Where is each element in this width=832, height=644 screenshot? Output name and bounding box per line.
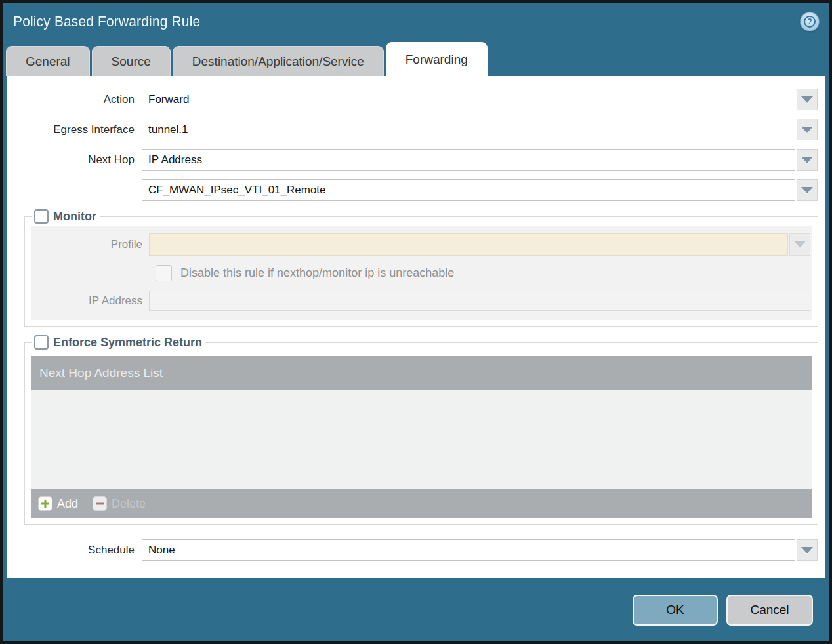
disable-rule-row: Disable this rule if nexthop/monitor ip … <box>156 265 812 281</box>
egress-interface-value[interactable]: tunnel.1 <box>142 119 795 140</box>
schedule-combobox: None <box>142 539 818 561</box>
next-hop-address-dropdown-button[interactable] <box>797 179 818 201</box>
tab-general[interactable]: General <box>6 46 90 76</box>
monitor-ip-label: IP Address <box>31 294 149 308</box>
next-hop-address-list-toolbar: Add Delete <box>31 489 812 518</box>
next-hop-address-list-table: Next Hop Address List Add Delete <box>31 356 812 518</box>
symmetric-return-legend: Enforce Symmetric Return <box>32 335 206 350</box>
next-hop-row: Next Hop IP Address <box>7 149 825 171</box>
egress-interface-dropdown-button[interactable] <box>797 119 818 140</box>
monitor-panel: Profile Disable this rule if nexthop/mon… <box>31 226 812 320</box>
monitor-ip-input <box>149 291 810 311</box>
schedule-value[interactable]: None <box>142 539 795 561</box>
next-hop-address-combobox: CF_MWAN_IPsec_VTI_01_Remote <box>142 179 818 201</box>
dialog-footer: OK Cancel <box>3 578 829 641</box>
next-hop-address-value[interactable]: CF_MWAN_IPsec_VTI_01_Remote <box>142 179 795 201</box>
cancel-button[interactable]: Cancel <box>726 595 813 626</box>
chevron-down-icon <box>801 187 813 193</box>
monitor-checkbox[interactable] <box>34 209 49 224</box>
delete-button: Delete <box>93 496 146 511</box>
schedule-label: Schedule <box>7 544 142 557</box>
next-hop-address-row: CF_MWAN_IPsec_VTI_01_Remote <box>7 179 825 201</box>
pbf-rule-dialog: Policy Based Forwarding Rule ? General S… <box>0 0 832 644</box>
egress-interface-label: Egress Interface <box>7 123 142 136</box>
next-hop-address-list-body[interactable] <box>31 390 812 489</box>
monitor-legend: Monitor <box>32 209 100 224</box>
next-hop-type-dropdown-button[interactable] <box>797 149 818 171</box>
schedule-dropdown-button[interactable] <box>797 539 818 561</box>
chevron-down-icon <box>801 157 813 163</box>
action-row: Action Forward <box>7 89 825 110</box>
next-hop-address-list-header: Next Hop Address List <box>31 356 812 390</box>
next-hop-type-combobox: IP Address <box>142 149 818 171</box>
schedule-row: Schedule None <box>7 539 825 561</box>
minus-icon <box>93 496 107 511</box>
monitor-fieldset: Monitor Profile Disable this rule if nex… <box>24 209 818 327</box>
chevron-down-icon <box>801 547 813 553</box>
delete-button-label: Delete <box>112 497 146 511</box>
monitor-legend-label: Monitor <box>53 210 96 224</box>
action-combobox: Forward <box>142 89 818 110</box>
next-hop-type-value[interactable]: IP Address <box>142 149 795 171</box>
titlebar: Policy Based Forwarding Rule ? <box>3 3 829 41</box>
symmetric-return-legend-label: Enforce Symmetric Return <box>53 336 202 350</box>
symmetric-return-fieldset: Enforce Symmetric Return Next Hop Addres… <box>24 335 818 525</box>
tab-destination-application-service[interactable]: Destination/Application/Service <box>173 46 384 76</box>
action-dropdown-button[interactable] <box>797 89 818 110</box>
profile-label: Profile <box>31 238 149 251</box>
ok-button[interactable]: OK <box>633 595 718 626</box>
egress-interface-combobox: tunnel.1 <box>142 119 818 140</box>
tab-bar: General Source Destination/Application/S… <box>3 41 829 76</box>
tab-source[interactable]: Source <box>92 46 171 76</box>
dialog-title: Policy Based Forwarding Rule <box>13 13 200 30</box>
profile-value <box>149 233 788 256</box>
disable-rule-label: Disable this rule if nexthop/monitor ip … <box>180 266 454 280</box>
chevron-down-icon <box>801 96 813 103</box>
profile-row: Profile <box>31 233 812 256</box>
profile-dropdown-button <box>789 233 810 256</box>
monitor-ip-row: IP Address <box>31 291 812 311</box>
action-label: Action <box>7 93 142 106</box>
chevron-down-icon <box>801 127 813 133</box>
profile-combobox <box>149 233 810 256</box>
disable-rule-checkbox <box>156 265 172 281</box>
symmetric-return-checkbox[interactable] <box>34 335 49 350</box>
forwarding-tab-panel: Action Forward Egress Interface tunnel.1… <box>7 76 825 578</box>
action-value[interactable]: Forward <box>142 89 795 110</box>
help-button[interactable]: ? <box>801 12 819 31</box>
add-button[interactable]: Add <box>38 496 78 511</box>
next-hop-label: Next Hop <box>7 153 142 167</box>
egress-interface-row: Egress Interface tunnel.1 <box>7 119 825 140</box>
tab-forwarding[interactable]: Forwarding <box>386 42 488 76</box>
help-icon: ? <box>804 16 816 28</box>
chevron-down-icon <box>794 241 806 248</box>
plus-icon <box>38 496 52 511</box>
add-button-label: Add <box>57 497 78 511</box>
